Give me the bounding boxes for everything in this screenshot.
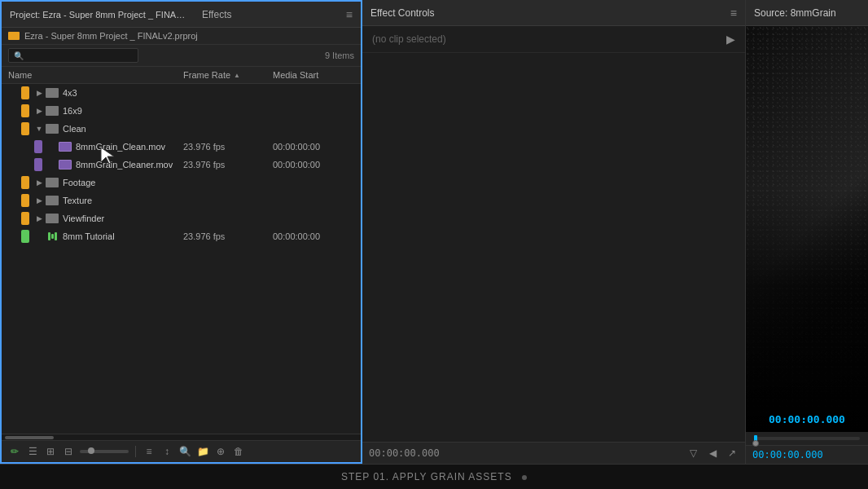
source-preview-timecode: 00:00:00.000: [769, 413, 845, 425]
effect-controls-panel: Effect Controls ≡ (no clip selected) ▶ 0…: [362, 0, 746, 464]
panel-menu-icon[interactable]: ≡: [346, 8, 353, 21]
panel-tabs: Project: Ezra - Super 8mm Project _ FINA…: [10, 7, 231, 22]
icon-view-icon[interactable]: ⊞: [44, 445, 57, 458]
new-bin-icon[interactable]: 📁: [196, 445, 209, 458]
clear-icon[interactable]: 🗑: [232, 445, 245, 458]
expand-icon[interactable]: ▶: [33, 107, 46, 115]
file-icon: [59, 141, 72, 152]
filter-icon[interactable]: ▽: [686, 447, 699, 460]
automate-icon[interactable]: ↕: [160, 445, 173, 458]
source-timecode: 00:00:00.000: [752, 449, 823, 460]
items-count: 9 Items: [325, 51, 354, 60]
effect-controls-header: Effect Controls ≡: [362, 0, 745, 26]
item-name: Clean: [63, 124, 183, 134]
source-panel: Source: 8mmGrain 00:00:00.000 00:00:00.0…: [746, 0, 868, 464]
expand-icon[interactable]: ▶: [33, 178, 46, 187]
list-item[interactable]: 8mmGrain_Cleaner.mov 23.976 fps 00:00:00…: [2, 156, 361, 174]
file-thumbnail: [59, 160, 72, 170]
expand-icon[interactable]: ▶: [33, 214, 46, 222]
playhead-circle: [752, 440, 759, 447]
list-view-icon[interactable]: ☰: [26, 445, 39, 458]
source-header: Source: 8mmGrain: [746, 0, 868, 26]
zoom-slider[interactable]: [80, 450, 129, 453]
item-framerate: 23.976 fps: [183, 160, 273, 170]
item-color-bar: [21, 86, 29, 99]
folder-icon: [46, 124, 59, 134]
tab-effects[interactable]: Effects: [202, 7, 231, 22]
item-color-bar: [21, 194, 29, 207]
playhead-indicator: [754, 435, 757, 442]
export-icon[interactable]: ↗: [726, 447, 739, 460]
source-bottom-bar: 00:00:00.000: [746, 445, 868, 464]
left-panel: Project: Ezra - Super 8mm Project _ FINA…: [0, 0, 362, 464]
h-scrollbar-thumb[interactable]: [5, 436, 54, 439]
list-item[interactable]: 8mmGrain_Clean.mov 23.976 fps 00:00:00:0…: [2, 138, 361, 156]
list-item[interactable]: ▶ Viewfinder: [2, 209, 361, 227]
item-name: 4x3: [63, 88, 183, 98]
file-thumbnail: [59, 142, 72, 152]
sort-icon[interactable]: ≡: [142, 445, 156, 458]
source-image: [746, 188, 868, 432]
item-mediastart: 00:00:00:00: [273, 142, 354, 152]
expand-icon[interactable]: ▶: [33, 196, 46, 205]
list-item[interactable]: ▼ Clean: [2, 120, 361, 138]
folder-icon: [46, 214, 59, 223]
search-bar: 🔍 9 Items: [2, 45, 361, 67]
file-icon: [59, 159, 72, 170]
seq-icon: [48, 232, 57, 240]
project-filename: Ezra - Super 8mm Project _ FINALv2.prpro…: [24, 31, 198, 41]
item-color-bar: [21, 122, 29, 135]
bottom-toolbar: ✏ ☰ ⊞ ⊟ ≡ ↕ 🔍 📁 ⊕ 🗑: [2, 440, 361, 462]
item-color-bar: [21, 230, 29, 243]
item-color-bar: [21, 104, 29, 117]
new-item-btn[interactable]: ⊕: [214, 445, 227, 458]
search-input[interactable]: [27, 51, 125, 60]
list-item[interactable]: 8mm Tutorial 23.976 fps 00:00:00:00: [2, 227, 361, 245]
sort-arrow-icon: ▲: [234, 72, 240, 79]
effect-bottom-bar: 00:00:00.000 ▽ ◀ ↗: [362, 442, 745, 464]
playhead-bar[interactable]: [754, 437, 860, 440]
column-headers: Name Frame Rate ▲ Media Start: [2, 67, 361, 84]
find-icon[interactable]: 🔍: [178, 445, 191, 458]
item-color-bar: [34, 140, 42, 153]
project-folder-icon: [8, 32, 20, 40]
item-framerate: 23.976 fps: [183, 231, 273, 241]
col-framerate-header[interactable]: Frame Rate ▲: [183, 70, 273, 80]
folder-icon: [46, 106, 59, 116]
no-clip-text: (no clip selected): [372, 33, 446, 45]
expand-icon[interactable]: ▶: [33, 89, 46, 97]
tab-project[interactable]: Project: Ezra - Super 8mm Project _ FINA…: [10, 8, 189, 21]
folder-icon: [46, 88, 59, 98]
file-list: ▶ 4x3 ▶ 16x9 ▼ Clean: [2, 84, 361, 434]
prev-icon[interactable]: ◀: [706, 447, 719, 460]
item-name: 16x9: [63, 106, 183, 116]
col-mediastart-header: Media Start: [273, 70, 354, 80]
new-item-icon[interactable]: ✏: [8, 445, 21, 458]
main-layout: Project: Ezra - Super 8mm Project _ FINA…: [0, 0, 868, 464]
h-scrollbar[interactable]: [2, 434, 361, 440]
item-mediastart: 00:00:00:00: [273, 231, 354, 241]
toolbar-separator: [135, 446, 136, 457]
item-name: 8mmGrain_Cleaner.mov: [76, 160, 183, 170]
item-color-bar: [21, 176, 29, 189]
list-item[interactable]: ▶ 16x9: [2, 102, 361, 120]
item-framerate: 23.976 fps: [183, 142, 273, 152]
freeform-icon[interactable]: ⊟: [62, 445, 75, 458]
effect-timecode: 00:00:00.000: [369, 447, 440, 459]
list-item[interactable]: ▶ Footage: [2, 174, 361, 192]
search-input-wrap[interactable]: 🔍: [8, 48, 138, 63]
item-name: Footage: [63, 178, 183, 187]
list-item[interactable]: ▶ Texture: [2, 192, 361, 209]
source-preview: 00:00:00.000: [746, 26, 868, 432]
source-title: Source: 8mmGrain: [754, 7, 836, 19]
effect-menu-icon[interactable]: ≡: [730, 7, 737, 20]
item-name: Viewfinder: [63, 214, 183, 223]
effect-content: [362, 53, 745, 442]
item-color-bar: [34, 158, 42, 171]
list-item[interactable]: ▶ 4x3: [2, 84, 361, 102]
item-color-bar: [21, 212, 29, 225]
expand-icon[interactable]: ▼: [33, 125, 46, 133]
item-name: 8mmGrain_Clean.mov: [76, 142, 183, 152]
step-label: STEP 01. APPLY GRAIN ASSETS: [0, 464, 868, 489]
folder-icon: [46, 178, 59, 187]
